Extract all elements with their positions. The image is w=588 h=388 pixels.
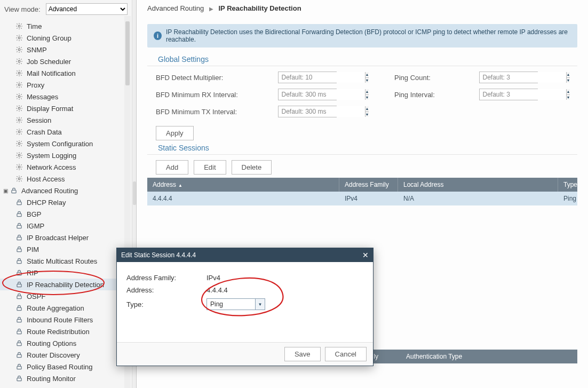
dlg-type-dropdown[interactable]: Ping ▼ (206, 298, 265, 310)
sidebar-item-label: Inbound Route Filters (27, 316, 93, 324)
edit-button[interactable]: Edit (194, 160, 226, 175)
splitter-handle[interactable] (133, 181, 136, 205)
sidebar-item[interactable]: Mail Notification (0, 67, 132, 79)
sidebar-item[interactable]: IP Broadcast Helper (0, 232, 132, 243)
sidebar-item[interactable]: IGMP (0, 220, 132, 232)
col-address[interactable]: Address▲ (147, 178, 339, 192)
spinner-up-icon[interactable]: ▲ (365, 106, 369, 112)
bfd-rx-field[interactable] (279, 89, 365, 100)
sidebar-item[interactable]: Inbound Route Filters (0, 314, 132, 326)
static-actions: Add Edit Delete (137, 160, 588, 175)
sidebar-item[interactable]: Policy Based Routing (0, 361, 132, 373)
apply-button[interactable]: Apply (156, 126, 194, 140)
lock-icon (15, 268, 23, 277)
gear-icon (15, 128, 23, 136)
col-type[interactable]: Type (558, 178, 585, 192)
bfd-mult-input[interactable]: ▲▼ (278, 72, 337, 83)
close-icon[interactable]: ✕ (362, 251, 369, 259)
spinner-down-icon[interactable]: ▼ (365, 78, 369, 83)
sidebar-item-label: Network Access (27, 163, 76, 171)
sidebar-item[interactable]: Crash Data (0, 126, 132, 138)
sidebar-item[interactable]: Session (0, 114, 132, 126)
sidebar-item-label: Cloning Group (27, 34, 71, 42)
sidebar-item[interactable]: Routing Options (0, 337, 132, 349)
svg-rect-20 (17, 260, 21, 263)
sidebar-item-label: Mail Notification (27, 69, 76, 77)
chevron-down-icon[interactable]: ▼ (255, 299, 265, 310)
save-button[interactable]: Save (284, 347, 321, 361)
edit-session-dialog: Edit Static Session 4.4.4.4 ✕ Address Fa… (116, 248, 374, 366)
global-form: BFD Detect Multiplier: ▲▼ Ping Count: ▲▼… (137, 72, 588, 117)
sidebar-item-label: Route Aggregation (27, 304, 84, 312)
spinner-up-icon[interactable]: ▲ (567, 89, 570, 95)
scrollbar-thumb[interactable] (125, 21, 130, 85)
sidebar-item[interactable]: PIM (0, 243, 132, 255)
lock-icon (15, 257, 23, 265)
sidebar-item[interactable]: System Logging (0, 149, 132, 161)
lock-icon (15, 327, 23, 336)
sidebar-item[interactable]: SNMP (0, 44, 132, 56)
sidebar-item[interactable]: OSPF (0, 290, 132, 302)
sidebar-item[interactable]: Messages (0, 91, 132, 102)
table-row[interactable]: 4.4.4.4 IPv4 N/A Ping (147, 192, 577, 205)
sidebar-item[interactable]: Cloning Group (0, 32, 132, 44)
spinner-up-icon[interactable]: ▲ (567, 72, 570, 78)
svg-point-7 (18, 107, 20, 109)
lock-icon (15, 339, 23, 347)
add-button[interactable]: Add (156, 160, 188, 175)
ping-interval-input[interactable]: ▲▼ (479, 89, 538, 100)
spinner-down-icon[interactable]: ▼ (365, 95, 369, 100)
sidebar-item[interactable]: Proxy (0, 79, 132, 91)
sidebar-item-label: BGP (27, 210, 41, 218)
sidebar-item[interactable]: BGP (0, 208, 132, 220)
sidebar-item[interactable]: DHCP Relay (0, 196, 132, 208)
svg-point-12 (18, 166, 20, 168)
sidebar-item-label: Routing Monitor (27, 375, 76, 383)
sidebar-item-label: System Configuration (27, 140, 93, 148)
sidebar-item[interactable]: System Configuration (0, 138, 132, 149)
dialog-titlebar[interactable]: Edit Static Session 4.4.4.4 ✕ (117, 248, 373, 262)
dlg-address-value: 4.4.4.4 (206, 286, 228, 294)
sidebar-item[interactable]: Host Access (0, 173, 132, 185)
sidebar-item[interactable]: Router Discovery (0, 349, 132, 361)
spinner-up-icon[interactable]: ▲ (365, 72, 369, 78)
sidebar-item[interactable]: Static Multicast Routes (0, 255, 132, 267)
sidebar-item[interactable]: Route Aggregation (0, 302, 132, 314)
collapse-icon[interactable]: ▣ (2, 188, 9, 194)
sidebar-item[interactable]: Route Redistribution (0, 326, 132, 337)
spinner-down-icon[interactable]: ▼ (567, 78, 570, 83)
dialog-body: Address Family: IPv4 Address: 4.4.4.4 Ty… (117, 262, 373, 310)
dialog-title-text: Edit Static Session 4.4.4.4 (121, 251, 196, 259)
ping-count-input[interactable]: ▲▼ (479, 72, 538, 83)
ping-count-field[interactable] (480, 72, 566, 83)
col-family[interactable]: Address Family (339, 178, 398, 192)
viewmode-select[interactable]: Advanced (46, 3, 128, 15)
breadcrumb-parent[interactable]: Advanced Routing (147, 4, 204, 12)
bfd-tx-field[interactable] (279, 106, 365, 117)
sidebar-item[interactable]: IP Reachability Detection (0, 279, 132, 290)
sidebar-item[interactable]: Routing Monitor (0, 373, 132, 384)
sidebar-item[interactable]: RIP (0, 267, 132, 279)
sidebar-item-label: SNMP (27, 46, 47, 54)
bfd-rx-input[interactable]: ▲▼ (278, 89, 337, 100)
bfd-tx-input[interactable]: ▲▼ (278, 106, 337, 117)
bfd-mult-field[interactable] (279, 72, 365, 83)
cell-family: IPv4 (339, 192, 398, 205)
col-local[interactable]: Local Address (398, 178, 558, 192)
ping-interval-field[interactable] (480, 89, 566, 100)
sidebar-item[interactable]: Job Scheduler (0, 56, 132, 67)
gear-icon (15, 92, 23, 101)
dlg-family-value: IPv4 (206, 274, 220, 282)
tree-group-advanced-routing[interactable]: ▣ Advanced Routing (0, 185, 132, 196)
sidebar-item[interactable]: Display Format (0, 102, 132, 114)
spinner-down-icon[interactable]: ▼ (365, 112, 369, 117)
svg-rect-18 (17, 237, 21, 240)
tree-group-label: Advanced Routing (21, 187, 78, 195)
spinner-up-icon[interactable]: ▲ (365, 89, 369, 95)
sidebar-item[interactable]: Time (0, 20, 132, 32)
cancel-button[interactable]: Cancel (325, 347, 367, 361)
spinner-down-icon[interactable]: ▼ (567, 95, 570, 100)
delete-button[interactable]: Delete (232, 160, 272, 175)
sidebar-item[interactable]: Network Access (0, 161, 132, 173)
col-auth[interactable]: Authentication Type (401, 350, 497, 363)
